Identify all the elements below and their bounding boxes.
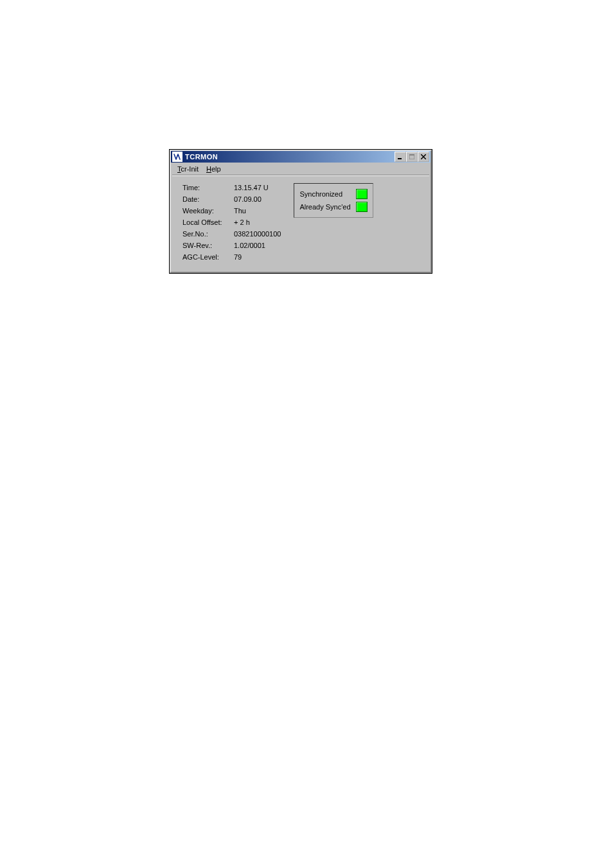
row-weekday: Weekday: Thu xyxy=(180,205,283,217)
status-panel: Synchronized Already Sync'ed xyxy=(294,183,373,218)
status-already-synced-row: Already Sync'ed xyxy=(299,200,367,213)
minimize-button[interactable] xyxy=(395,152,406,162)
status-synchronized-label: Synchronized xyxy=(299,190,342,198)
row-agc: AGC-Level: 79 xyxy=(180,251,283,263)
status-already-synced-led xyxy=(356,202,368,212)
agc-value: 79 xyxy=(231,251,283,263)
row-date: Date: 07.09.00 xyxy=(180,193,283,205)
menubar: Tcr-Init Help xyxy=(172,163,429,175)
weekday-value: Thu xyxy=(231,205,283,217)
client-area: Time: 13.15.47 U Date: 07.09.00 Weekday:… xyxy=(171,175,431,272)
swrev-label: SW-Rev.: xyxy=(180,240,231,251)
window-control-buttons xyxy=(395,152,429,162)
titlebar[interactable]: TCRMON xyxy=(171,151,431,163)
weekday-label: Weekday: xyxy=(180,205,231,217)
serno-value: 038210000100 xyxy=(231,228,283,240)
status-synchronized-led xyxy=(356,189,368,199)
status-already-synced-label: Already Sync'ed xyxy=(299,203,350,211)
date-label: Date: xyxy=(180,193,231,205)
status-synchronized-row: Synchronized xyxy=(299,188,367,200)
date-value: 07.09.00 xyxy=(231,193,283,205)
row-swrev: SW-Rev.: 1.02/0001 xyxy=(180,240,283,251)
app-window: TCRMON Tcr-Init Help Time: 13.15.47 U xyxy=(170,150,432,273)
agc-label: AGC-Level: xyxy=(180,251,231,263)
svg-rect-3 xyxy=(409,154,414,155)
maximize-button[interactable] xyxy=(406,152,418,162)
row-serno: Ser.No.: 038210000100 xyxy=(180,228,283,240)
row-local-offset: Local Offset: + 2 h xyxy=(180,217,283,228)
local-offset-value: + 2 h xyxy=(231,217,283,228)
swrev-value: 1.02/0001 xyxy=(231,240,283,251)
menu-tcr-init[interactable]: Tcr-Init xyxy=(175,164,204,174)
svg-rect-1 xyxy=(398,158,402,159)
app-icon xyxy=(172,152,182,162)
local-offset-label: Local Offset: xyxy=(180,217,231,228)
menu-help[interactable]: Help xyxy=(204,164,226,174)
close-button[interactable] xyxy=(418,152,429,162)
row-time: Time: 13.15.47 U xyxy=(180,182,283,193)
time-label: Time: xyxy=(180,182,231,193)
time-value: 13.15.47 U xyxy=(231,182,283,193)
info-table: Time: 13.15.47 U Date: 07.09.00 Weekday:… xyxy=(180,182,283,263)
window-title: TCRMON xyxy=(185,153,395,161)
serno-label: Ser.No.: xyxy=(180,228,231,240)
